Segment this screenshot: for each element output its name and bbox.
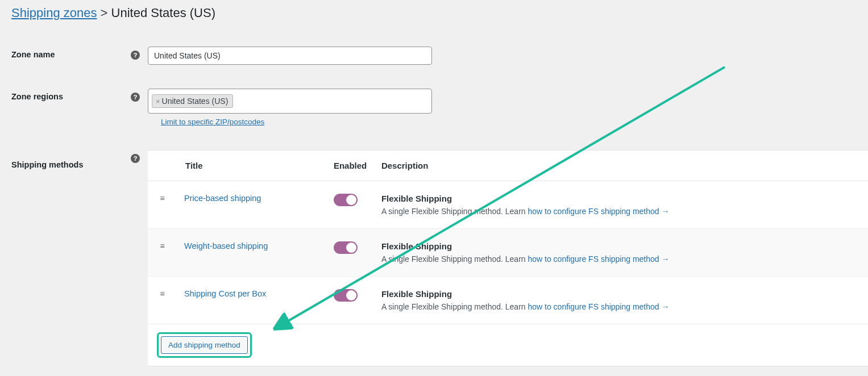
zone-name-label: Zone name [11, 50, 55, 59]
add-shipping-method-button[interactable]: Add shipping method [161, 336, 248, 354]
breadcrumb-separator: > [101, 6, 108, 20]
help-icon[interactable]: ? [131, 93, 140, 102]
enabled-toggle[interactable] [334, 241, 358, 254]
table-row: ≡ Price-based shipping Flexible Shipping… [148, 181, 868, 229]
enabled-toggle[interactable] [334, 289, 358, 302]
arrow-icon: → [662, 207, 670, 216]
breadcrumb-root-link[interactable]: Shipping zones [11, 6, 97, 20]
limit-postcodes-link[interactable]: Limit to specific ZIP/postcodes [161, 118, 264, 126]
drag-handle-icon[interactable]: ≡ [148, 277, 184, 324]
shipping-methods-table: Title Enabled Description ≡ Price-based … [148, 150, 868, 366]
region-chip-label: United States (US) [162, 97, 229, 106]
region-chip[interactable]: × United States (US) [152, 94, 233, 108]
arrow-icon: → [662, 302, 670, 311]
table-row: ≡ Shipping Cost per Box Flexible Shippin… [148, 277, 868, 324]
method-title-link[interactable]: Shipping Cost per Box [184, 289, 266, 298]
col-enabled: Enabled [334, 151, 381, 181]
enabled-toggle[interactable] [334, 194, 358, 206]
arrow-icon: → [662, 254, 670, 264]
breadcrumb-current: United States (US) [111, 6, 215, 20]
remove-chip-icon[interactable]: × [156, 97, 160, 106]
method-title-link[interactable]: Price-based shipping [184, 194, 261, 203]
method-desc-title: Flexible Shipping [381, 241, 861, 251]
method-desc-text: A single Flexible Shipping method. Learn… [381, 207, 861, 216]
shipping-methods-label: Shipping methods [11, 160, 83, 169]
method-title-link[interactable]: Weight-based shipping [184, 241, 268, 250]
method-desc-text: A single Flexible Shipping method. Learn… [381, 254, 861, 264]
method-desc-text: A single Flexible Shipping method. Learn… [381, 302, 861, 311]
add-shipping-highlight: Add shipping method [157, 332, 252, 358]
method-desc-title: Flexible Shipping [381, 289, 861, 299]
method-desc-title: Flexible Shipping [381, 194, 861, 203]
help-icon[interactable]: ? [131, 154, 140, 163]
breadcrumb: Shipping zones > United States (US) [11, 6, 868, 20]
zone-regions-select[interactable]: × United States (US) [148, 89, 432, 114]
configure-link[interactable]: how to configure FS shipping method [528, 254, 659, 264]
configure-link[interactable]: how to configure FS shipping method [528, 302, 659, 311]
configure-link[interactable]: how to configure FS shipping method [528, 207, 659, 216]
col-description: Description [381, 151, 868, 181]
zone-regions-label: Zone regions [11, 92, 63, 101]
table-row: ≡ Weight-based shipping Flexible Shippin… [148, 229, 868, 277]
drag-handle-icon[interactable]: ≡ [148, 181, 184, 229]
col-title: Title [184, 151, 334, 181]
drag-handle-icon[interactable]: ≡ [148, 229, 184, 277]
help-icon[interactable]: ? [131, 51, 140, 60]
zone-name-input[interactable] [148, 47, 432, 65]
